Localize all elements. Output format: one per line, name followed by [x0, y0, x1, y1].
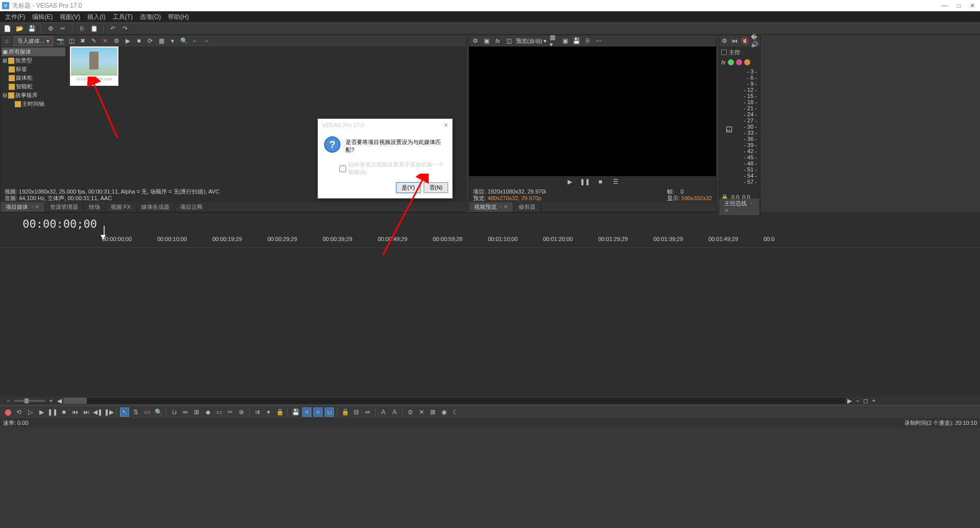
preview-menu-icon[interactable]: ☰ — [611, 178, 620, 186]
scroll-left-icon[interactable]: ◀ — [55, 397, 63, 405]
ignore-group-icon[interactable]: ⊟ — [352, 407, 361, 417]
lock-env-icon[interactable]: 🔒 — [275, 407, 284, 417]
preview-ext-icon[interactable]: ▣ — [482, 37, 491, 45]
tree-main-timeline[interactable]: 主时间轴 — [2, 100, 65, 108]
mute-all-icon[interactable]: ✕ — [417, 407, 426, 417]
tab-video-preview[interactable]: 视频预览▫ ✕ — [469, 202, 513, 212]
master-settings-icon[interactable]: ⚙ — [720, 37, 728, 45]
preview-quality-dropdown[interactable]: 预览(自动) ▾ — [516, 37, 547, 45]
preview-pause-icon[interactable]: ❚❚ — [581, 178, 589, 186]
media-props-icon[interactable]: ✎ — [90, 37, 98, 45]
snap-offset-icon[interactable]: ⇔ — [181, 407, 190, 417]
cut-icon[interactable]: ✂ — [59, 25, 67, 33]
tree-by-type[interactable]: ⊞按类型 — [2, 56, 65, 65]
menu-view[interactable]: 视图(V) — [57, 12, 83, 22]
preview-grid-icon[interactable]: ▦ ▾ — [550, 37, 558, 45]
color-a-icon[interactable]: A — [379, 407, 388, 417]
undo-icon[interactable]: ↶ — [109, 25, 117, 33]
preview-fx-icon[interactable]: fx — [494, 37, 502, 45]
split-icon[interactable]: ✂ — [226, 407, 235, 417]
tab-project-notes[interactable]: 项目注释 — [175, 202, 208, 212]
zoom-time-in-icon[interactable]: + — [870, 397, 878, 405]
scroll-right-icon[interactable]: ▶ — [845, 397, 853, 405]
zoom-out-h-icon[interactable]: − — [4, 397, 12, 405]
media-home-icon[interactable]: ⌂ — [3, 37, 11, 45]
mute-video-icon[interactable]: ⊠ — [428, 407, 437, 417]
region-icon[interactable]: ▭ — [214, 407, 224, 417]
preview-play-icon[interactable]: ▶ — [566, 178, 574, 186]
paste-icon[interactable]: 📋 — [90, 25, 98, 33]
menu-tools[interactable]: 工具(T) — [110, 12, 136, 22]
tree-bins[interactable]: 媒体柜 — [2, 74, 65, 82]
media-search-icon[interactable]: 🔍 — [180, 37, 188, 45]
master-fx-icon[interactable]: fx — [721, 59, 726, 65]
record-icon[interactable]: ⬤ — [3, 407, 12, 417]
pause-icon[interactable]: ❚❚ — [48, 407, 57, 417]
tree-storyboard[interactable]: ⊟故事板库 — [2, 91, 65, 100]
dialog-close-icon[interactable]: ✕ — [444, 122, 448, 129]
loop-icon[interactable]: ⟲ — [14, 407, 23, 417]
preview-more-icon[interactable]: ⋯ — [595, 37, 603, 45]
preview-overlay-icon[interactable]: ▣ — [561, 37, 569, 45]
capture-icon[interactable]: 📷 — [56, 37, 64, 45]
preview-split-icon[interactable]: ◫ — [505, 37, 513, 45]
tab-explorer[interactable]: 资源管理器 — [45, 202, 84, 212]
master-dim-icon[interactable]: �🔊 — [751, 37, 759, 45]
zoom-time-box-icon[interactable]: ◻ — [862, 397, 870, 405]
new-icon[interactable]: 📄 — [3, 25, 11, 33]
always-match-checkbox[interactable] — [339, 165, 346, 172]
master-expand-icon[interactable] — [721, 50, 727, 55]
marker-icon[interactable]: ◆ — [203, 407, 212, 417]
media-thumbnail[interactable]: 202307061334.mp4 — [70, 46, 118, 86]
preview-copy-icon[interactable]: ⎘ — [583, 37, 592, 45]
auto-crossfade-icon[interactable]: ⤬ — [313, 407, 323, 417]
auto-ripple-icon[interactable]: ⇉ — [253, 407, 262, 417]
autosave-icon[interactable]: 💾 — [291, 407, 300, 417]
media-refresh-icon[interactable]: ⟳ — [146, 37, 154, 45]
copy-icon[interactable]: ⎘ — [78, 25, 86, 33]
yes-button[interactable]: 是(Y) — [396, 182, 421, 193]
menu-edit[interactable]: 编辑(E) — [29, 12, 56, 22]
play-start-icon[interactable]: ▷ — [26, 407, 35, 417]
tab-project-media[interactable]: 项目媒体▫ ✕ — [1, 202, 45, 212]
quantize-icon[interactable]: ⊞ — [192, 407, 201, 417]
play-icon[interactable]: ▶ — [37, 407, 46, 417]
minimize-button[interactable]: — — [942, 2, 948, 9]
master-fx-dot1[interactable] — [728, 59, 734, 65]
timecode-display[interactable]: 00:00:00;00 — [0, 218, 102, 230]
open-icon[interactable]: 📂 — [15, 25, 23, 33]
ripple-mode-icon[interactable]: ▾ — [264, 407, 273, 417]
select-edit-icon[interactable]: ▭ — [142, 407, 152, 417]
tab-trimmer[interactable]: 修剪器 — [513, 202, 541, 212]
h-scrollbar[interactable] — [63, 398, 845, 404]
play-media-icon[interactable]: ▶ — [124, 37, 132, 45]
next-frame-icon[interactable]: ❚▶ — [104, 407, 113, 417]
no-button[interactable]: 否(N) — [424, 182, 448, 193]
dim-icon[interactable]: ☾ — [451, 407, 460, 417]
snap-icon[interactable]: ⊔ — [169, 407, 179, 417]
remove-icon[interactable]: ✖ — [79, 37, 87, 45]
normal-edit-icon[interactable]: ↖ — [120, 407, 129, 417]
tree-tags[interactable]: 标签 — [2, 65, 65, 74]
timeline-tracks[interactable] — [0, 247, 980, 397]
menu-file[interactable]: 文件(F) — [2, 12, 28, 22]
properties-icon[interactable]: ⚙ — [46, 25, 55, 33]
menu-help[interactable]: 帮助(H) — [165, 12, 192, 22]
preview-stop-icon[interactable]: ■ — [596, 178, 604, 186]
maximize-button[interactable]: □ — [957, 2, 961, 9]
color-b-icon[interactable]: A — [390, 407, 399, 417]
envelope-edit-icon[interactable]: ⇅ — [131, 407, 140, 417]
close-button[interactable]: ✕ — [970, 2, 975, 9]
zoom-time-out-icon[interactable]: − — [853, 397, 862, 405]
save-icon[interactable]: 💾 — [28, 25, 36, 33]
zoom-slider-h[interactable] — [14, 400, 45, 402]
media-view-icon[interactable]: ▦ — [157, 37, 165, 45]
bypass-fx-icon[interactable]: ⊘ — [406, 407, 415, 417]
stop-icon[interactable]: ■ — [59, 407, 68, 417]
preview-settings-icon[interactable]: ⚙ — [471, 37, 479, 45]
master-fx-dot2[interactable] — [736, 59, 742, 65]
heal-icon[interactable]: ⊕ — [237, 407, 246, 417]
redo-icon[interactable]: ↷ — [121, 25, 129, 33]
media-fwd-icon[interactable]: → — [202, 37, 210, 45]
media-back-icon[interactable]: ← — [191, 37, 199, 45]
